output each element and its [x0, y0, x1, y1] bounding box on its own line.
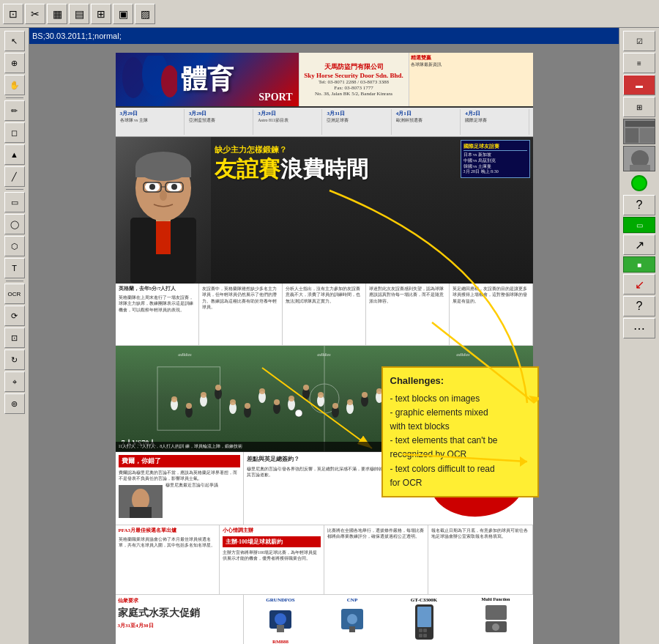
svg-point-57 — [274, 399, 280, 405]
rs-green-rect-icon: ▭ — [636, 221, 643, 229]
phone-svg — [412, 603, 437, 643]
sidebar-scan-btn[interactable]: ⟳ — [4, 306, 25, 326]
svg-point-14 — [149, 184, 155, 190]
sidebar-text-btn[interactable]: T — [4, 258, 25, 278]
rs-grid-btn[interactable]: ⊞ — [623, 97, 655, 117]
sidebar-extra2-btn[interactable]: ⊚ — [4, 393, 25, 414]
toolbar-link-btn[interactable]: ⊞ — [91, 4, 111, 24]
brand-cnp: CNP — [318, 597, 387, 644]
svg-point-72 — [275, 613, 286, 625]
schedule-item-6: 4月2日 國際足球賽 — [463, 109, 529, 135]
toolbar-image-btn[interactable]: ▨ — [135, 4, 155, 24]
callout-item-1: - text blocks on images — [390, 392, 530, 406]
tc1-text: 英格蘭職業球員協會公佈了本月最佳球員候選名單，共有六名球員入圍，其中包括多名知名… — [119, 536, 217, 549]
tc1-title: PFA3月最佳候選名單出爐 — [119, 528, 217, 535]
sidebar-move-btn[interactable]: ✋ — [4, 75, 25, 95]
rs-red-stripe-btn[interactable]: ▬ — [623, 75, 655, 95]
sidebar-eraser-btn[interactable]: ◻ — [4, 122, 25, 143]
sidebar-brush-btn[interactable]: ▲ — [4, 144, 25, 165]
pump-brands: GRUNDFOS RM888 CNP — [246, 597, 531, 644]
col4-text: 球迷對此次友誼賽感到失望，認為球隊應該認真對待每一場比賽，而不是隨意派出陣容。 — [369, 286, 446, 304]
rs-green-sq-btn[interactable]: ■ — [623, 256, 655, 273]
tc4-text: 報名截止日期為下月底，有意參加的球員可前往各地足球協會辦公室索取報名表格填寫。 — [431, 528, 529, 540]
rs-check-btn[interactable]: ☑ — [623, 31, 655, 51]
rs-arrow-btn[interactable]: ↗ — [623, 234, 655, 255]
article-col-2: 友誼賽中，英格蘭隊雖然缺少多名主力球員，但年輕球員仍然展示了他們的潛力。教練認為… — [199, 284, 283, 345]
newspaper-header-ad: 天馬防盜門有限公司 Sky Horse Security Door Sdn. B… — [299, 53, 409, 106]
red-title: 費爾，你錯了 — [119, 455, 240, 467]
lower-left-date: 3月31至4月30日 — [118, 622, 241, 629]
sidebar-select-btn[interactable]: ↖ — [4, 31, 25, 51]
tc3-text: 比賽將在全國各地舉行，選拔條件嚴格，每場比賽都將由專業教練評分，確保選拔過程公正… — [327, 528, 425, 540]
callout-item-2: - graphic elements mixed — [390, 406, 530, 420]
callout-item-5: recognized by OCR — [390, 448, 530, 462]
col3-text: 分析人士指出，沒有主力參加的友誼賽意義不大，浪費了球員的訓練時間，也無法測試球隊… — [286, 286, 362, 304]
toolbar-grid1-btn[interactable]: ▦ — [47, 4, 67, 24]
schedule-item-1: 3月29日 各球隊 vs 主隊 — [119, 109, 185, 135]
sidebar-polygon-btn[interactable]: ⬡ — [4, 236, 25, 256]
sidebar-pencil-btn[interactable]: ✏ — [4, 100, 25, 121]
svg-rect-107 — [625, 121, 655, 127]
svg-point-59 — [332, 403, 338, 409]
col1-text: 英格蘭隊在上周末進行了一場友誼賽，球隊主力缺席，教練團隊表示這是訓練機會，可以觀… — [119, 295, 196, 313]
article-col-1: 英格蘭，去年5分/7人打人 英格蘭隊在上周末進行了一場友誼賽，球隊主力缺席，教練… — [116, 284, 199, 345]
newspaper-header: 體育 SPORT 天馬防盜門有限公司 Sky Horse Security Do… — [116, 53, 533, 108]
sidebar-separator2 — [6, 189, 23, 190]
svg-point-44 — [201, 392, 206, 398]
sidebar-circle-btn[interactable]: ◯ — [4, 214, 25, 234]
ad-company-name: 天馬防盜門有限公司 — [301, 62, 407, 72]
schedule-item-3: 3月29日 Astro 811節目表 — [256, 109, 322, 135]
sidebar-rect-btn[interactable]: ▭ — [4, 192, 25, 212]
toolbar-grid2-btn[interactable]: ▤ — [69, 4, 89, 24]
pump-svg-2 — [338, 603, 367, 636]
left-sidebar: ↖ ⊕ ✋ ✏ ◻ ▲ ╱ ▭ ◯ ⬡ T OCR ⟳ ⊡ ↻ ⌖ ⊚ — [0, 28, 29, 644]
svg-point-43 — [171, 396, 177, 402]
sidebar-rotate-btn[interactable]: ↻ — [4, 349, 25, 370]
toolbar-chart-btn[interactable]: ▣ — [113, 4, 133, 24]
schedule-item-4: 3月31日 亞洲足球賽 — [325, 109, 391, 135]
side-ad-text: 各球隊最新資訊 — [411, 62, 532, 68]
ad-phone2: Fax: 03-8073 1777 — [301, 85, 407, 91]
sidebar-separator1 — [6, 97, 23, 98]
sidebar-extra1-btn[interactable]: ⌖ — [4, 371, 25, 392]
rs-green-rect-btn[interactable]: ▭ — [623, 217, 655, 233]
tc2-text: 主辦方宣佈將舉辦100場足球比賽，為年輕球員提供展示才能的機會，優秀者將獲得職業… — [223, 549, 321, 562]
rs-question2-btn[interactable]: ? — [623, 296, 655, 317]
rs-dots-btn[interactable]: ⋯ — [623, 318, 655, 338]
col2-text: 友誼賽中，英格蘭隊雖然缺少多名主力球員，但年輕球員仍然展示了他們的潛力。教練認為… — [202, 286, 279, 311]
document-area: BS;30.03.2011;1;normal; — [29, 28, 619, 644]
rs-green-dot[interactable] — [631, 175, 647, 191]
rs-green-dot-container — [623, 173, 655, 193]
rs-green-sq-icon: ■ — [637, 261, 641, 269]
rs-red-arrow-btn[interactable]: ↙ — [623, 274, 655, 295]
document-title: BS;30.03.2011;1;normal; — [32, 32, 122, 40]
rs-thumb-1[interactable] — [623, 119, 655, 144]
sidebar-ocr-btn[interactable]: OCR — [4, 284, 25, 304]
sidebar-line-btn[interactable]: ╱ — [4, 166, 25, 187]
lower-right: GRUNDFOS RM888 CNP — [244, 595, 533, 644]
callout-item-6: - text colors difficult to read — [390, 462, 530, 476]
lower-left-title: 家庭式水泵大促銷 — [118, 607, 241, 620]
small-img-svg — [119, 485, 163, 518]
small-image — [119, 485, 163, 518]
callout-item-4: - text elements that can't be — [390, 434, 530, 448]
svg-rect-79 — [419, 629, 422, 632]
svg-point-46 — [259, 388, 265, 394]
lower-left: 仙衆要求 家庭式水泵大促銷 3月31至4月30日 — [116, 595, 244, 644]
svg-point-15 — [171, 184, 177, 190]
caption-extra: 練，球員輪流上陣，鍛鍊技術 — [185, 444, 242, 448]
right-sidebar: ☑ ≡ ▬ ⊞ — [619, 28, 659, 644]
col1-header: 英格蘭，去年5分/7人打人 — [119, 286, 196, 293]
svg-rect-112 — [630, 165, 650, 171]
rs-question1-btn[interactable]: ? — [623, 195, 655, 215]
svg-point-0 — [122, 57, 144, 98]
toolbar-cut-btn[interactable]: ✂ — [25, 4, 45, 24]
document-scroll[interactable]: 體育 SPORT 天馬防盜門有限公司 Sky Horse Security Do… — [29, 44, 619, 644]
grundfos-label: GRUNDFOS — [246, 597, 316, 603]
sidebar-crop-btn[interactable]: ⊡ — [4, 327, 25, 348]
rs-thumb-2[interactable] — [623, 146, 655, 171]
rs-lines-btn[interactable]: ≡ — [623, 53, 655, 73]
document-titlebar: BS;30.03.2011;1;normal; — [29, 28, 619, 44]
sidebar-zoom-btn[interactable]: ⊕ — [4, 53, 25, 73]
toolbar-copy-btn[interactable]: ⊡ — [3, 4, 23, 24]
